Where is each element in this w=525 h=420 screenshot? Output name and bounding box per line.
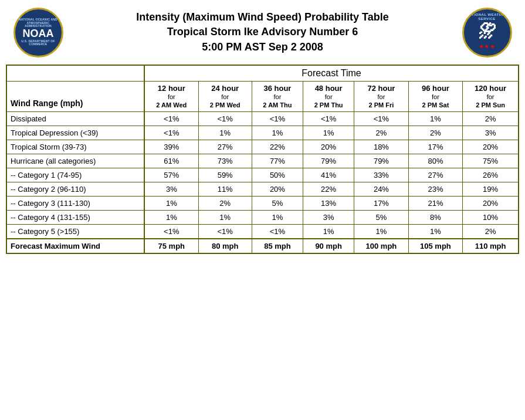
row-label-4: -- Category 1 (74-95) — [6, 168, 144, 182]
cell-0-2: <1% — [252, 112, 303, 126]
cell-4-0: 57% — [144, 168, 198, 182]
cell-5-5: 23% — [408, 182, 463, 197]
cell-0-1: <1% — [198, 112, 252, 126]
cell-0-4: <1% — [354, 112, 409, 126]
cell-4-5: 27% — [408, 168, 463, 182]
footer-cell-1: 80 mph — [198, 239, 252, 253]
row-label-1: Tropical Depression (<39) — [6, 126, 144, 140]
cell-6-6: 20% — [463, 197, 519, 211]
cell-1-5: 2% — [408, 126, 463, 140]
cell-3-0: 61% — [144, 154, 198, 168]
col-header-2: 36 hourfor2 AM Thu — [252, 82, 303, 112]
footer-cell-3: 90 mph — [303, 239, 354, 253]
cell-2-3: 20% — [303, 140, 354, 154]
cell-7-6: 10% — [463, 211, 519, 225]
col-header-4: 72 hourfor2 PM Fri — [354, 82, 409, 112]
footer-cell-0: 75 mph — [144, 239, 198, 253]
cell-2-5: 17% — [408, 140, 463, 154]
cell-5-4: 24% — [354, 182, 409, 197]
row-label-0: Dissipated — [6, 112, 144, 126]
cell-2-1: 27% — [198, 140, 252, 154]
cell-5-1: 11% — [198, 182, 252, 197]
cell-4-4: 33% — [354, 168, 409, 182]
noaa-logo: NATIONAL OCEANIC AND ATMOSPHERIC ADMINIS… — [12, 6, 65, 59]
probability-table: Forecast Time Wind Range (mph) 12 hourfo… — [6, 65, 519, 254]
cell-3-1: 73% — [198, 154, 252, 168]
forecast-time-header: Forecast Time — [144, 65, 519, 82]
cell-3-3: 79% — [303, 154, 354, 168]
cell-1-1: 1% — [198, 126, 252, 140]
row-label-7: -- Category 4 (131-155) — [6, 211, 144, 225]
cell-8-5: 1% — [408, 225, 463, 239]
cell-6-4: 17% — [354, 197, 409, 211]
col-header-0: 12 hourfor2 AM Wed — [144, 82, 198, 112]
cell-5-3: 22% — [303, 182, 354, 197]
row-label-8: -- Category 5 (>155) — [6, 225, 144, 239]
cell-8-4: 1% — [354, 225, 409, 239]
cell-4-6: 26% — [463, 168, 519, 182]
table-row: Dissipated<1%<1%<1%<1%<1%1%2% — [6, 112, 519, 126]
table-row: -- Category 2 (96-110)3%11%20%22%24%23%1… — [6, 182, 519, 197]
table-row: Tropical Storm (39-73)39%27%22%20%18%17%… — [6, 140, 519, 154]
cell-1-2: 1% — [252, 126, 303, 140]
cell-7-4: 5% — [354, 211, 409, 225]
cell-1-6: 3% — [463, 126, 519, 140]
col-header-3: 48 hourfor2 PM Thu — [303, 82, 354, 112]
cell-5-6: 19% — [463, 182, 519, 197]
footer-label: Forecast Maximum Wind — [6, 239, 144, 253]
table-row: -- Category 3 (111-130)1%2%5%13%17%21%20… — [6, 197, 519, 211]
cell-3-4: 79% — [354, 154, 409, 168]
cell-7-5: 8% — [408, 211, 463, 225]
cell-7-3: 3% — [303, 211, 354, 225]
cell-0-3: <1% — [303, 112, 354, 126]
row-label-3: Hurricane (all categories) — [6, 154, 144, 168]
cell-3-5: 80% — [408, 154, 463, 168]
wind-range-label: Wind Range (mph) — [6, 82, 144, 112]
cell-8-2: <1% — [252, 225, 303, 239]
footer-row: Forecast Maximum Wind75 mph80 mph85 mph9… — [6, 239, 519, 253]
page-title: Intensity (Maximum Wind Speed) Probabili… — [65, 10, 460, 55]
cell-3-2: 77% — [252, 154, 303, 168]
row-label-2: Tropical Storm (39-73) — [6, 140, 144, 154]
cell-7-1: 1% — [198, 211, 252, 225]
table-row: Hurricane (all categories)61%73%77%79%79… — [6, 154, 519, 168]
footer-cell-4: 100 mph — [354, 239, 409, 253]
row-label-5: -- Category 2 (96-110) — [6, 182, 144, 197]
cell-4-2: 50% — [252, 168, 303, 182]
table-row: -- Category 4 (131-155)1%1%1%3%5%8%10% — [6, 211, 519, 225]
footer-cell-2: 85 mph — [252, 239, 303, 253]
page-header: NATIONAL OCEANIC AND ATMOSPHERIC ADMINIS… — [6, 6, 519, 59]
col-header-6: 120 hourfor2 PM Sun — [463, 82, 519, 112]
cell-2-4: 18% — [354, 140, 409, 154]
table-row: -- Category 5 (>155)<1%<1%<1%1%1%1%2% — [6, 225, 519, 239]
cell-6-3: 13% — [303, 197, 354, 211]
cell-4-1: 59% — [198, 168, 252, 182]
footer-cell-6: 110 mph — [463, 239, 519, 253]
row-label-6: -- Category 3 (111-130) — [6, 197, 144, 211]
table-row: -- Category 1 (74-95)57%59%50%41%33%27%2… — [6, 168, 519, 182]
title-line3: 5:00 PM AST Sep 2 2008 — [202, 41, 323, 53]
cell-0-6: 2% — [463, 112, 519, 126]
col-header-1: 24 hourfor2 PM Wed — [198, 82, 252, 112]
cell-6-1: 2% — [198, 197, 252, 211]
cell-8-6: 2% — [463, 225, 519, 239]
cell-7-2: 1% — [252, 211, 303, 225]
table-row: Tropical Depression (<39)<1%1%1%1%2%2%3% — [6, 126, 519, 140]
cell-2-2: 22% — [252, 140, 303, 154]
cell-6-5: 21% — [408, 197, 463, 211]
cell-7-0: 1% — [144, 211, 198, 225]
cell-6-0: 1% — [144, 197, 198, 211]
cell-0-5: 1% — [408, 112, 463, 126]
title-line2: Tropical Storm Ike Advisory Number 6 — [167, 26, 358, 38]
nws-logo: NATIONAL WEATHER SERVICE ⛈ ★ ★ ★ — [460, 6, 513, 59]
cell-1-3: 1% — [303, 126, 354, 140]
cell-2-6: 20% — [463, 140, 519, 154]
cell-1-0: <1% — [144, 126, 198, 140]
cell-6-2: 5% — [252, 197, 303, 211]
cell-4-3: 41% — [303, 168, 354, 182]
cell-2-0: 39% — [144, 140, 198, 154]
footer-cell-5: 105 mph — [408, 239, 463, 253]
cell-3-6: 75% — [463, 154, 519, 168]
cell-5-2: 20% — [252, 182, 303, 197]
cell-1-4: 2% — [354, 126, 409, 140]
